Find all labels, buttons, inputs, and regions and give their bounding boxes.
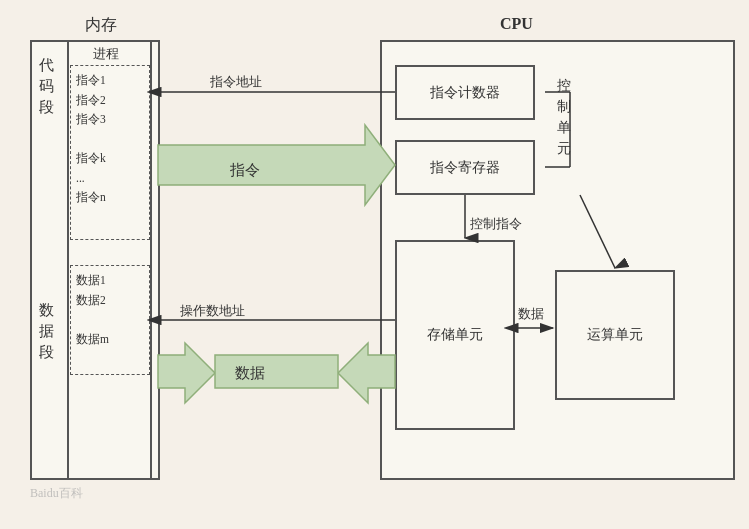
code-segment-label: 代码段 — [32, 55, 60, 118]
data-left-arrow — [158, 343, 215, 403]
operand-addr-label: 操作数地址 — [180, 303, 245, 318]
instr-register-box: 指令寄存器 — [395, 140, 535, 195]
code-inner-content: 指令1指令2指令3指令k...指令n — [71, 66, 149, 213]
code-inner-box: 指令1指令2指令3指令k...指令n — [70, 65, 150, 240]
instr-counter-box: 指令计数器 — [395, 65, 535, 120]
storage-unit-box: 存储单元 — [395, 240, 515, 430]
data-arrow-body — [215, 355, 338, 388]
watermark: Baidu百科 — [30, 485, 83, 502]
cpu-label: CPU — [500, 15, 533, 33]
diagram: 内存 CPU 代码段 数据段 进程 指令1指令2指令3指令k...指令n 数据1… — [10, 10, 739, 510]
data-inner-box: 数据1数据2数据m — [70, 265, 150, 375]
instr-addr-label: 指令地址 — [209, 74, 262, 89]
control-unit-label: 控制单元 — [550, 75, 578, 159]
alu-box: 运算单元 — [555, 270, 675, 400]
instr-label: 指令 — [229, 162, 260, 178]
control-instr-label: 控制指令 — [470, 215, 522, 233]
data-segment-label: 数据段 — [32, 300, 60, 363]
process-label: 进程 — [93, 45, 119, 63]
instr-big-arrow — [158, 125, 395, 205]
data-inner-content: 数据1数据2数据m — [71, 266, 149, 354]
data-label: 数据 — [235, 365, 265, 381]
data-between-label: 数据 — [518, 305, 544, 323]
neicun-label: 内存 — [85, 15, 117, 36]
